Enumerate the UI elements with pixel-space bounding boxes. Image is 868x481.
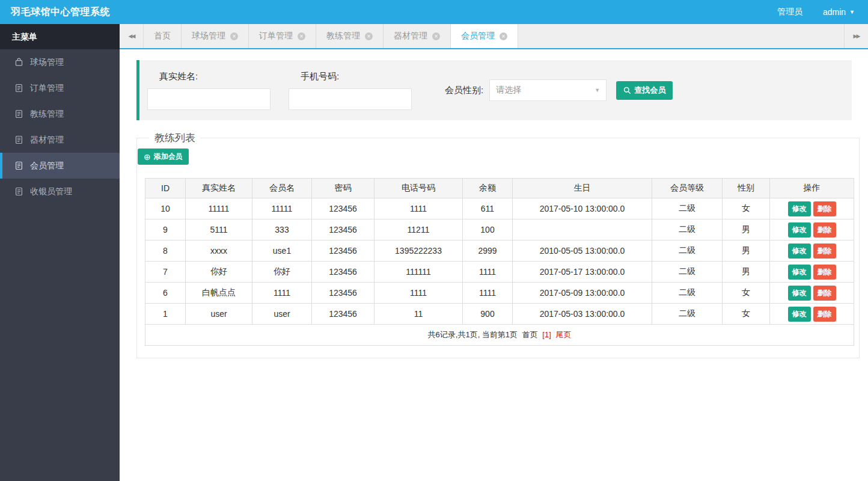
cell-password: 123456 [312, 240, 374, 262]
sidebar-item-0[interactable]: 球场管理 [0, 49, 120, 75]
sidebar-header: 主菜单 [0, 24, 120, 49]
cell-real_name: xxxx [186, 240, 252, 262]
pagination: 共6记录,共1页, 当前第1页 首页 [1] 尾页 [145, 325, 854, 346]
close-icon[interactable]: × [230, 32, 238, 40]
cell-member_name: user [252, 304, 312, 325]
coach-list-panel: 教练列表 ⊕ 添加会员 ID真实姓名会员名密码电话号码余额生日会员等级性别操作 … [136, 131, 860, 358]
table-row: 8xxxxuse1123456139522223329992010-05-05 … [145, 240, 854, 262]
delete-button[interactable]: 删除 [813, 244, 836, 259]
cell-phone: 11211 [374, 219, 463, 240]
search-member-button[interactable]: 查找会员 [616, 81, 673, 100]
cell-gender: 女 [723, 304, 770, 325]
column-header: 会员等级 [652, 179, 723, 198]
cell-real_name: 你好 [186, 262, 252, 283]
doc-icon [14, 161, 23, 170]
cell-actions: 修改删除 [770, 283, 854, 304]
cell-level: 二级 [652, 198, 723, 219]
edit-button[interactable]: 修改 [788, 307, 811, 322]
delete-button[interactable]: 删除 [813, 222, 836, 237]
search-button-label: 查找会员 [634, 85, 665, 96]
table-row: 7你好你好12345611111111112017-05-17 13:00:00… [145, 262, 854, 283]
sidebar-item-2[interactable]: 教练管理 [0, 101, 120, 127]
edit-button[interactable]: 修改 [788, 265, 811, 280]
sidebar-item-5[interactable]: 收银员管理 [0, 179, 120, 204]
cell-gender: 男 [723, 262, 770, 283]
tab-2[interactable]: 订单管理× [249, 24, 316, 48]
cell-balance: 100 [463, 219, 513, 240]
bag-icon [14, 58, 23, 67]
phone-input[interactable] [289, 88, 412, 110]
tabs-scroll-left-icon[interactable]: ◀◀ [120, 24, 144, 48]
topbar: 羽毛球馆中心管理系统 管理员 admin ▼ [0, 0, 868, 24]
tab-0[interactable]: 首页 [144, 24, 182, 48]
real-name-input[interactable] [147, 88, 270, 110]
cell-password: 123456 [312, 283, 374, 304]
panel-legend: 教练列表 [149, 131, 201, 145]
cell-gender: 男 [723, 240, 770, 262]
pagination-last-link[interactable]: 尾页 [555, 330, 571, 339]
pagination-current-page[interactable]: [1] [542, 330, 551, 339]
phone-group: 手机号码: [289, 60, 412, 110]
cell-phone: 11 [374, 304, 463, 325]
add-member-button[interactable]: ⊕ 添加会员 [138, 149, 189, 165]
search-panel: 真实姓名: 手机号码: 会员性别: 请选择 ▼ 查找会员 [136, 60, 852, 120]
cell-password: 123456 [312, 262, 374, 283]
edit-button[interactable]: 修改 [788, 201, 811, 216]
close-icon[interactable]: × [298, 32, 305, 40]
column-header: 会员名 [252, 179, 312, 198]
delete-button[interactable]: 删除 [813, 201, 836, 216]
cell-phone: 1395222233 [374, 240, 463, 262]
cell-id: 6 [145, 283, 186, 304]
cell-member_name: 11111 [252, 198, 312, 219]
sidebar-item-1[interactable]: 订单管理 [0, 75, 120, 101]
close-icon[interactable]: × [365, 32, 373, 40]
tab-5[interactable]: 会员管理× [451, 24, 518, 48]
chevron-down-icon: ▼ [594, 87, 600, 93]
delete-button[interactable]: 删除 [813, 307, 836, 322]
edit-button[interactable]: 修改 [788, 286, 811, 301]
cell-member_name: 1111 [252, 283, 312, 304]
sidebar-item-4[interactable]: 会员管理 [0, 153, 120, 179]
cell-balance: 1111 [463, 283, 513, 304]
edit-button[interactable]: 修改 [788, 244, 811, 259]
close-icon[interactable]: × [500, 32, 507, 40]
user-menu[interactable]: admin ▼ [823, 7, 855, 17]
cell-level: 二级 [652, 304, 723, 325]
cell-password: 123456 [312, 219, 374, 240]
cell-actions: 修改删除 [770, 240, 854, 262]
edit-button[interactable]: 修改 [788, 222, 811, 237]
sidebar-item-3[interactable]: 器材管理 [0, 127, 120, 153]
add-button-label: 添加会员 [154, 152, 183, 162]
member-table: ID真实姓名会员名密码电话号码余额生日会员等级性别操作 101111111111… [145, 178, 854, 346]
cell-id: 7 [145, 262, 186, 283]
tab-3[interactable]: 教练管理× [316, 24, 384, 48]
tab-4[interactable]: 器材管理× [384, 24, 451, 48]
tabs-scroll-right-icon[interactable]: ▶▶ [844, 24, 868, 48]
cell-phone: 1111 [374, 198, 463, 219]
cell-balance: 1111 [463, 262, 513, 283]
column-header: ID [145, 179, 186, 198]
gender-select[interactable]: 请选择 ▼ [489, 79, 607, 101]
cell-gender: 女 [723, 283, 770, 304]
delete-button[interactable]: 删除 [813, 286, 836, 301]
cell-real_name: user [186, 304, 252, 325]
tabbar: ◀◀ 首页球场管理×订单管理×教练管理×器材管理×会员管理× ▶▶ [120, 24, 868, 49]
sidebar-item-label: 收银员管理 [30, 186, 72, 197]
column-header: 操作 [770, 179, 854, 198]
search-icon [623, 87, 631, 94]
gender-select-value: 请选择 [496, 85, 521, 96]
close-icon[interactable]: × [432, 32, 440, 40]
chevron-down-icon: ▼ [849, 10, 855, 15]
doc-icon [14, 84, 23, 93]
pagination-first-link[interactable]: 首页 [522, 330, 538, 339]
cell-id: 8 [145, 240, 186, 262]
column-header: 电话号码 [374, 179, 463, 198]
cell-birthday: 2010-05-05 13:00:00.0 [513, 240, 652, 262]
cell-birthday: 2017-05-10 13:00:00.0 [513, 198, 652, 219]
tab-1[interactable]: 球场管理× [182, 24, 249, 48]
doc-icon [14, 109, 23, 118]
role-link[interactable]: 管理员 [777, 7, 802, 17]
cell-level: 二级 [652, 262, 723, 283]
tab-label: 订单管理 [259, 31, 293, 41]
delete-button[interactable]: 删除 [813, 265, 836, 280]
